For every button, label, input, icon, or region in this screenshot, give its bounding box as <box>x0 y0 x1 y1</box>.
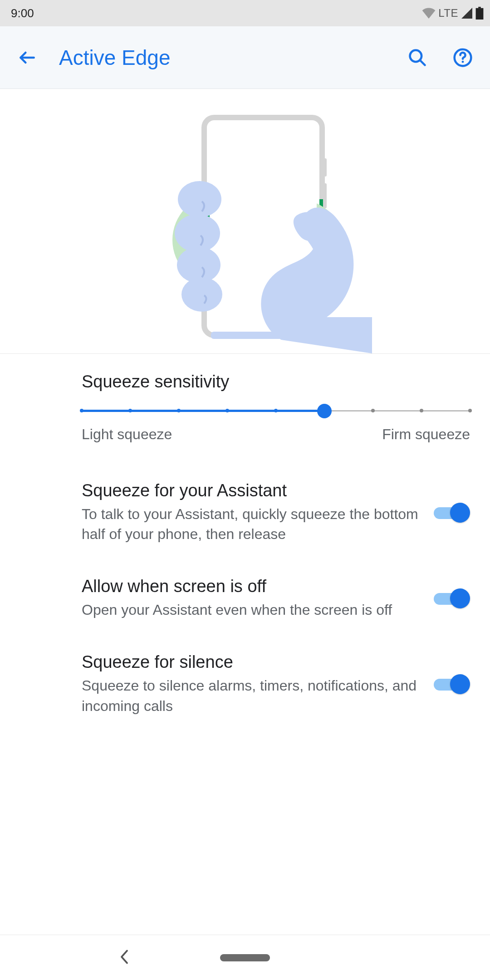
slider-tick <box>371 409 375 412</box>
chevron-left-icon <box>118 949 131 965</box>
help-button[interactable] <box>449 44 476 71</box>
search-button[interactable] <box>404 44 431 71</box>
sensitivity-slider[interactable] <box>82 404 470 418</box>
pref-subtitle: To talk to your Assistant, quickly squee… <box>82 504 420 544</box>
svg-point-5 <box>462 60 464 63</box>
sensitivity-section: Squeeze sensitivity Light squeeze Firm s… <box>0 354 490 465</box>
pref-squeeze-silence[interactable]: Squeeze for silenceSqueeze to silence al… <box>0 636 490 732</box>
svg-rect-1 <box>478 7 481 8</box>
svg-line-3 <box>420 60 425 65</box>
arrow-back-icon <box>17 48 37 68</box>
pref-squeeze-assistant[interactable]: Squeeze for your AssistantTo talk to you… <box>0 465 490 560</box>
switch-thumb <box>450 674 470 694</box>
help-icon <box>453 48 473 68</box>
svg-rect-7 <box>323 158 327 176</box>
svg-point-16 <box>178 181 221 217</box>
sensitivity-label: Squeeze sensitivity <box>82 372 470 392</box>
system-nav-bar <box>0 935 490 980</box>
toggle-switch[interactable] <box>434 674 470 694</box>
pref-allow-screen-off[interactable]: Allow when screen is offOpen your Assist… <box>0 560 490 636</box>
status-icons: LTE <box>422 7 484 20</box>
slider-tick <box>128 409 132 412</box>
slider-min-label: Light squeeze <box>82 426 172 443</box>
svg-rect-8 <box>323 183 327 208</box>
switch-thumb <box>450 588 470 608</box>
switch-thumb <box>450 503 470 523</box>
svg-rect-20 <box>211 332 324 339</box>
pref-subtitle: Squeeze to silence alarms, timers, notif… <box>82 676 420 715</box>
slider-tick <box>420 409 423 412</box>
slider-tick <box>177 409 181 412</box>
back-button[interactable] <box>14 44 41 71</box>
slider-tick <box>80 409 83 412</box>
search-icon <box>407 48 427 68</box>
lte-label: LTE <box>438 7 458 20</box>
squeeze-phone-illustration <box>118 99 372 353</box>
slider-tick <box>225 409 229 412</box>
nav-back-button[interactable] <box>118 949 131 967</box>
battery-icon <box>475 7 484 20</box>
pref-text: Squeeze for your AssistantTo talk to you… <box>82 481 420 544</box>
slider-tick <box>468 409 472 412</box>
svg-point-19 <box>181 277 222 312</box>
pref-title: Squeeze for silence <box>82 652 420 672</box>
pref-subtitle: Open your Assistant even when the screen… <box>82 600 420 620</box>
pref-title: Squeeze for your Assistant <box>82 481 420 500</box>
nav-home-pill[interactable] <box>220 954 270 961</box>
slider-tick <box>274 409 278 412</box>
pref-title: Allow when screen is off <box>82 577 420 596</box>
wifi-icon <box>422 8 436 19</box>
toggle-switch[interactable] <box>434 503 470 523</box>
status-time: 9:00 <box>11 6 34 20</box>
hero-illustration <box>0 89 490 354</box>
pref-text: Allow when screen is offOpen your Assist… <box>82 577 420 620</box>
pref-text: Squeeze for silenceSqueeze to silence al… <box>82 652 420 715</box>
svg-rect-0 <box>476 8 484 20</box>
slider-labels: Light squeeze Firm squeeze <box>82 426 470 443</box>
slider-max-label: Firm squeeze <box>382 426 470 443</box>
app-bar: Active Edge <box>0 26 490 89</box>
status-bar: 9:00 LTE <box>0 0 490 26</box>
page-title: Active Edge <box>59 45 386 70</box>
toggle-switch[interactable] <box>434 588 470 608</box>
svg-point-17 <box>175 214 220 252</box>
slider-thumb[interactable] <box>317 404 332 418</box>
signal-icon <box>461 8 473 19</box>
